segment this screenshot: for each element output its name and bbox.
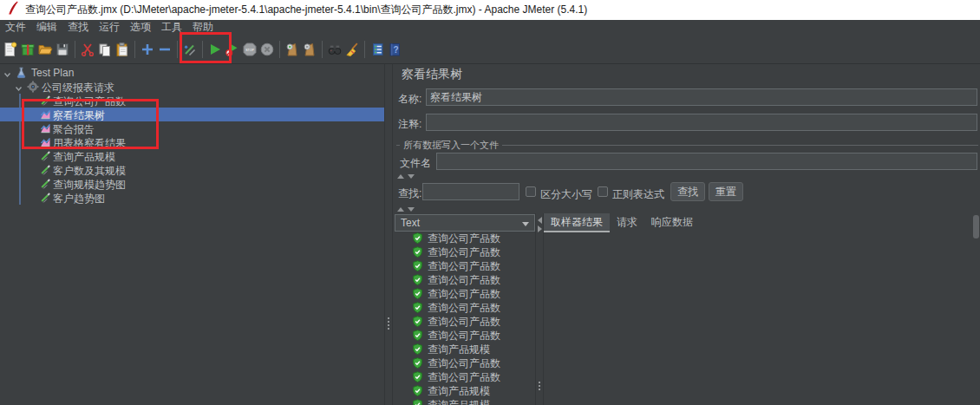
chevron-down-icon <box>522 222 529 226</box>
menu-options[interactable]: 选项 <box>125 20 156 35</box>
collapse-down-icon[interactable] <box>408 207 415 212</box>
result-item[interactable]: 查询公司产品数 <box>395 370 535 384</box>
paste-icon <box>114 42 130 57</box>
result-item[interactable]: 查询公司产品数 <box>395 315 535 329</box>
shutdown-button[interactable] <box>258 38 276 61</box>
case-sensitive-checkbox[interactable] <box>526 186 536 197</box>
success-shield-icon <box>412 330 423 342</box>
regex-label: 正则表达式 <box>612 187 664 202</box>
tree-item-customer-count-and-scale[interactable]: 客户数及其规模 <box>0 163 384 177</box>
result-item[interactable]: 查询公司产品数 <box>395 301 535 315</box>
menu-edit[interactable]: 编辑 <box>31 20 62 35</box>
collapse-down-icon[interactable] <box>408 174 415 179</box>
title-bar: 查询公司产品数.jmx (D:\JMeter\apache-jmeter-5.4… <box>0 0 980 20</box>
name-field[interactable] <box>426 88 977 106</box>
success-shield-icon <box>412 385 423 397</box>
collapse-left-icon[interactable] <box>538 217 542 224</box>
cut-button[interactable] <box>79 38 96 61</box>
tree-item-thread-group[interactable]: 公司级报表请求 <box>0 80 384 94</box>
cut-icon <box>80 42 95 57</box>
new-file-button[interactable] <box>2 38 19 61</box>
tree-item-query-company-product-count[interactable]: 查询公司产品数 <box>0 94 384 108</box>
filename-field[interactable] <box>436 153 977 170</box>
add-icon <box>140 42 155 57</box>
help-button[interactable]: ? <box>386 38 403 61</box>
remote-stop-all-button[interactable] <box>301 38 318 61</box>
result-item[interactable]: 查询公司产品数 <box>395 245 535 259</box>
tab-request[interactable]: 请求 <box>610 213 644 232</box>
tab-sampler-result[interactable]: 取样器结果 <box>544 213 610 232</box>
results-splitter[interactable] <box>535 213 544 405</box>
menu-help[interactable]: 帮助 <box>187 20 219 35</box>
function-helper-button[interactable] <box>369 38 386 61</box>
menu-search[interactable]: 查找 <box>62 20 94 35</box>
reset-button[interactable]: 重置 <box>709 182 743 201</box>
copy-button[interactable] <box>96 38 114 61</box>
tree-item-label: 客户趋势图 <box>53 192 105 206</box>
result-item[interactable]: 查询公司产品数 <box>395 273 535 287</box>
stop-button[interactable]: STOP <box>241 38 258 61</box>
search-input[interactable] <box>422 183 519 200</box>
menu-file[interactable]: 文件 <box>0 20 31 35</box>
result-item[interactable]: 查询公司产品数 <box>395 329 535 343</box>
remote-stop-all-icon <box>302 42 317 57</box>
result-item[interactable]: 查询公司产品数 <box>395 356 535 370</box>
success-shield-icon <box>412 246 423 258</box>
toolbar-separator <box>75 41 75 58</box>
tree-item-test-plan[interactable]: Test Plan <box>0 66 384 80</box>
remove-icon <box>157 42 173 57</box>
menu-run[interactable]: 运行 <box>94 20 125 35</box>
add-button[interactable] <box>139 38 156 61</box>
results-list[interactable]: 查询公司产品数查询公司产品数查询公司产品数查询公司产品数查询公司产品数查询公司产… <box>395 232 535 405</box>
result-item[interactable]: 查询公司产品数 <box>395 287 535 301</box>
search-icon <box>327 42 343 57</box>
collapse-right-icon[interactable] <box>538 225 542 232</box>
templates-button[interactable] <box>19 38 36 61</box>
remote-start-all-button[interactable] <box>284 38 301 61</box>
success-shield-icon <box>412 274 423 286</box>
result-item-label: 查询产品规模 <box>428 343 490 357</box>
find-button[interactable]: 查找 <box>670 182 705 201</box>
jmeter-feather-icon <box>6 1 18 19</box>
collapse-up-icon[interactable] <box>397 207 404 212</box>
comment-field[interactable] <box>426 114 977 131</box>
tree-item-view-results-in-table[interactable]: 用表格察看结果 <box>0 135 384 149</box>
start-no-pauses-button[interactable] <box>224 38 241 61</box>
tree-item-query-scale-trend-chart[interactable]: 查询规模趋势图 <box>0 177 384 191</box>
tree-item-label: Test Plan <box>31 67 74 79</box>
paste-button[interactable] <box>114 38 131 61</box>
function-helper-icon <box>369 42 385 57</box>
result-item-label: 查询公司产品数 <box>428 356 500 371</box>
toggle-button[interactable] <box>181 38 199 61</box>
sampler-icon <box>40 178 51 192</box>
clear-all-button[interactable] <box>343 38 361 61</box>
result-item[interactable]: 查询产品规模 <box>395 384 535 398</box>
open-button[interactable] <box>36 38 54 61</box>
tree-item-view-results-tree[interactable]: 察看结果树 <box>0 108 384 121</box>
tree-item-query-product-scale[interactable]: 查询产品规模 <box>0 149 384 163</box>
remote-start-all-icon <box>284 42 300 57</box>
tab-response-data[interactable]: 响应数据 <box>644 213 700 232</box>
toolbar-separator <box>364 41 365 58</box>
tree-item-aggregate-report[interactable]: 聚合报告 <box>0 121 384 135</box>
tree-item-customer-trend-chart[interactable]: 客户趋势图 <box>0 191 384 205</box>
collapse-up-icon[interactable] <box>397 174 404 179</box>
remove-button[interactable] <box>156 38 173 61</box>
main-splitter[interactable] <box>384 64 393 405</box>
start-button[interactable] <box>206 38 224 61</box>
menu-tools[interactable]: 工具 <box>156 20 187 35</box>
start-no-pauses-icon <box>225 42 240 57</box>
result-item[interactable]: 查询产品规模 <box>395 398 535 405</box>
splitter-bottom[interactable] <box>393 205 980 213</box>
regex-checkbox[interactable] <box>598 186 608 197</box>
sampler-icon <box>40 150 51 164</box>
format-selector[interactable]: Text <box>395 214 535 232</box>
save-button[interactable] <box>54 38 71 61</box>
result-item[interactable]: 查询公司产品数 <box>395 259 535 273</box>
clear-all-icon <box>344 42 360 57</box>
result-item-label: 查询公司产品数 <box>428 259 500 274</box>
splitter-top[interactable] <box>393 172 980 180</box>
result-item[interactable]: 查询公司产品数 <box>395 232 535 245</box>
search-button[interactable] <box>326 38 343 61</box>
result-item[interactable]: 查询产品规模 <box>395 343 535 356</box>
